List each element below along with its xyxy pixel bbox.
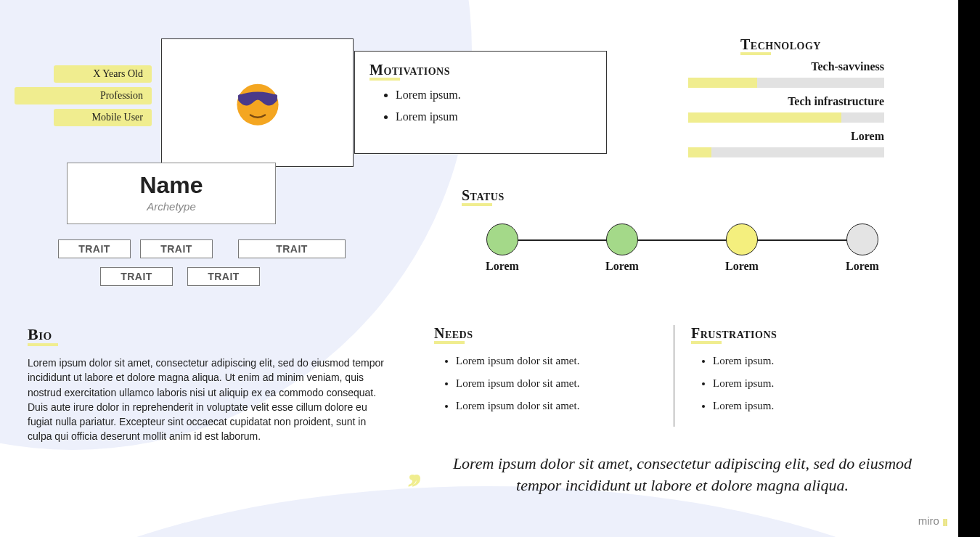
bio-section[interactable]: Bio Lorem ipsum dolor sit amet, consecte… [28, 325, 391, 444]
persona-canvas[interactable]: X Years Old Profession Mobile User Name … [0, 0, 980, 537]
status-section[interactable]: Status Lorem Lorem Lorem Lorem [462, 187, 890, 204]
status-title: Status [462, 187, 505, 204]
motivation-item: Lorem ipsum. [396, 89, 592, 102]
svg-rect-1 [238, 94, 277, 97]
tech-bar-fill [688, 78, 757, 88]
frustration-item: Lorem ipsum. [713, 377, 880, 390]
sunglasses-emoji-icon [227, 71, 288, 135]
status-dot-3[interactable] [726, 224, 758, 255]
persona-name: Name [68, 172, 275, 199]
need-item: Lorem ipsum dolor sit amet. [456, 400, 659, 412]
divider-line [674, 325, 674, 427]
motivations-box[interactable]: Motivations Lorem ipsum. Lorem ipsum [354, 51, 607, 154]
status-dot-2[interactable] [606, 224, 638, 255]
status-line [502, 239, 862, 241]
status-label-1: Lorem [466, 260, 539, 273]
tech-bar-fill [688, 147, 711, 157]
need-item: Lorem ipsum dolor sit amet. [456, 355, 659, 367]
right-black-strip [958, 0, 980, 537]
tech-row-label: Tech-savviness [688, 60, 884, 73]
name-card[interactable]: Name Archetype [67, 163, 276, 224]
frustrations-title: Frustrations [691, 325, 777, 342]
chip-mobile-user[interactable]: Mobile User [54, 109, 152, 126]
trait-1[interactable]: TRAIT [58, 239, 131, 258]
miro-label: miro [918, 515, 939, 527]
bio-text: Lorem ipsum dolor sit amet, consectetur … [28, 356, 391, 444]
chip-profession[interactable]: Profession [15, 87, 152, 104]
miro-watermark: miro ıı [912, 512, 952, 531]
tech-row-label: Tech infrastructure [688, 95, 884, 108]
miro-logo-icon: ıı [942, 515, 947, 529]
chip-age[interactable]: X Years Old [54, 65, 152, 83]
tech-bar-infrastructure [688, 112, 884, 123]
quote-section[interactable]: ,, Lorem ipsum dolor sit amet, consectet… [408, 453, 916, 496]
trait-2[interactable]: TRAIT [140, 239, 213, 258]
motivation-item: Lorem ipsum [396, 110, 592, 123]
trait-3[interactable]: TRAIT [238, 239, 346, 258]
need-item: Lorem ipsum dolor sit amet. [456, 377, 659, 390]
status-label-3: Lorem [706, 260, 778, 273]
tech-bar-savviness [688, 78, 884, 88]
technology-title: Technology [740, 36, 821, 53]
tech-bar-fill [688, 112, 841, 123]
trait-5[interactable]: TRAIT [187, 267, 260, 286]
bio-title: Bio [28, 325, 52, 344]
quote-text: Lorem ipsum dolor sit amet, consectetur … [449, 453, 916, 496]
technology-section[interactable]: Technology Tech-savviness Tech infrastru… [688, 36, 884, 157]
persona-archetype: Archetype [68, 200, 275, 213]
frustrations-section[interactable]: Frustrations Lorem ipsum. Lorem ipsum. L… [691, 325, 880, 422]
frustration-item: Lorem ipsum. [713, 400, 880, 412]
frustration-item: Lorem ipsum. [713, 355, 880, 367]
status-dot-4[interactable] [846, 224, 878, 255]
status-track [486, 224, 878, 258]
status-dot-1[interactable] [486, 224, 518, 255]
status-label-2: Lorem [586, 260, 658, 273]
quote-mark-icon: ,, [408, 460, 416, 476]
tech-bar-lorem [688, 147, 884, 157]
tech-row-label: Lorem [688, 130, 884, 143]
trait-4[interactable]: TRAIT [100, 267, 173, 286]
needs-title: Needs [434, 325, 473, 342]
status-label-4: Lorem [826, 260, 899, 273]
needs-section[interactable]: Needs Lorem ipsum dolor sit amet. Lorem … [434, 325, 659, 422]
motivations-title: Motivations [369, 62, 450, 78]
avatar-card[interactable] [161, 38, 354, 167]
